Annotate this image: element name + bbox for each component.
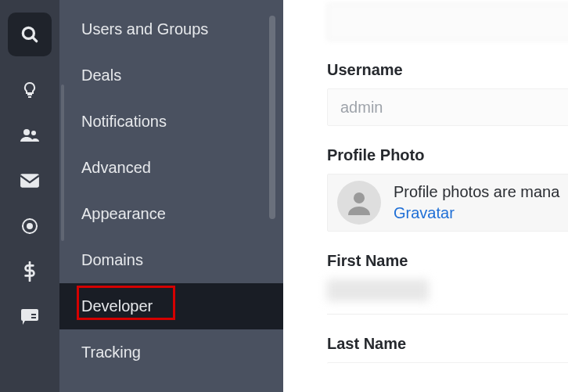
- svg-point-10: [354, 192, 365, 203]
- settings-sidebar: Users and Groups Deals Notifications Adv…: [59, 0, 283, 392]
- sidebar-item-label: Advanced: [81, 159, 151, 176]
- people-icon: [20, 126, 40, 145]
- profile-photo-label: Profile Photo: [327, 146, 568, 164]
- sidebar-item-users-and-groups[interactable]: Users and Groups: [59, 6, 283, 52]
- dollar-icon: [23, 261, 37, 282]
- svg-point-2: [23, 129, 30, 135]
- last-name-label: Last Name: [327, 335, 568, 353]
- sidebar-item-label: Appearance: [81, 205, 166, 222]
- svg-point-3: [31, 131, 36, 135]
- mail-icon: [20, 173, 40, 189]
- svg-point-6: [27, 224, 32, 228]
- sidebar-item-appearance[interactable]: Appearance: [59, 191, 283, 237]
- username-label: Username: [327, 61, 568, 79]
- search-icon: [20, 24, 40, 45]
- first-name-redacted: [327, 279, 429, 301]
- username-input[interactable]: [327, 88, 568, 126]
- rail-item-mail[interactable]: [14, 169, 45, 192]
- sidebar-scroll-track: [61, 85, 64, 241]
- sidebar-item-domains[interactable]: Domains: [59, 237, 283, 283]
- profile-photo-desc: Profile photos are mana: [394, 183, 559, 200]
- rail-item-chat[interactable]: [14, 305, 45, 329]
- main-content: Username Profile Photo Profile photos ar…: [283, 0, 568, 392]
- sidebar-item-tracking[interactable]: Tracking: [59, 329, 283, 376]
- icon-rail: [0, 0, 59, 392]
- person-icon: [343, 187, 375, 218]
- sidebar-item-label: Developer: [81, 297, 153, 315]
- profile-photo-row: Profile photos are mana Gravatar: [327, 174, 568, 232]
- profile-photo-text: Profile photos are mana Gravatar: [394, 182, 559, 224]
- lightbulb-icon: [20, 81, 39, 99]
- rail-item-finance[interactable]: [14, 260, 45, 283]
- sidebar-item-deals[interactable]: Deals: [59, 52, 283, 99]
- sidebar-item-label: Domains: [81, 251, 143, 268]
- first-name-label: First Name: [327, 252, 568, 270]
- redacted-field: [327, 3, 568, 41]
- avatar: [337, 181, 381, 225]
- sidebar-item-advanced[interactable]: Advanced: [59, 145, 283, 191]
- last-name-input[interactable]: [327, 362, 568, 378]
- search-button[interactable]: [8, 13, 52, 56]
- sidebar-item-label: Users and Groups: [81, 20, 208, 38]
- rail-item-ideas[interactable]: [14, 78, 45, 102]
- gravatar-link[interactable]: Gravatar: [394, 204, 455, 221]
- rail-item-contacts[interactable]: [14, 124, 45, 147]
- svg-rect-4: [20, 174, 39, 187]
- chat-icon: [20, 308, 39, 325]
- sidebar-item-notifications[interactable]: Notifications: [59, 99, 283, 145]
- rail-item-automation[interactable]: [14, 214, 45, 238]
- settings-gear-icon: [20, 217, 39, 236]
- divider: [327, 314, 568, 315]
- svg-line-1: [32, 37, 36, 41]
- sidebar-item-developer[interactable]: Developer: [59, 283, 283, 329]
- sidebar-item-label: Notifications: [81, 113, 167, 130]
- sidebar-scrollbar[interactable]: [269, 16, 275, 219]
- sidebar-item-label: Deals: [81, 67, 121, 84]
- sidebar-item-label: Tracking: [81, 343, 141, 361]
